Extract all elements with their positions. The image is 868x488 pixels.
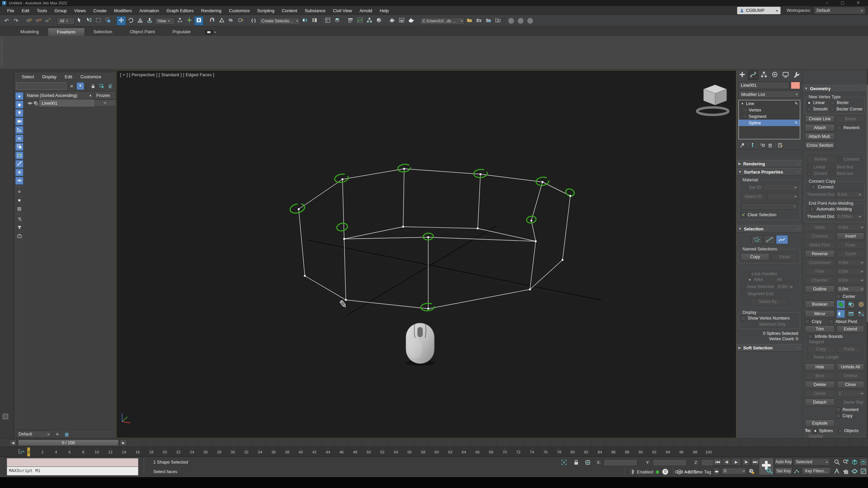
explorer-mode-icon[interactable]: ▦ [63,430,71,438]
explorer-menu-select[interactable]: Select [18,74,37,79]
sync-selection-icon[interactable] [107,82,114,90]
frame-tick-38[interactable]: 38 [285,450,289,454]
maximize-viewport-toggle-icon[interactable] [859,467,867,475]
filter-box-icon[interactable] [15,232,23,240]
object-color-swatch[interactable] [791,82,800,89]
frame-tick-28[interactable]: 28 [217,450,221,454]
signin-user-button[interactable]: CGBUMP▾ [737,7,781,14]
next-frame-button[interactable]: ||▶ [742,458,750,466]
make-unique-icon[interactable] [760,143,765,148]
about-pivot-checkbox[interactable] [829,319,833,324]
tangent-copy-button[interactable]: Copy [807,345,835,353]
same-shp-checkbox[interactable] [837,400,842,405]
frame-tick-26[interactable]: 26 [203,450,208,454]
unlink-selection-icon[interactable] [34,16,43,25]
frame-tick-56[interactable]: 56 [407,450,412,454]
show-vertex-numbers-checkbox[interactable] [741,316,746,321]
select-and-move-icon[interactable] [117,16,126,25]
select-by-button[interactable]: Select By... [751,298,788,305]
minimize-button[interactable]: – [819,0,835,6]
key-filters-button[interactable]: Key Filters... [802,467,831,475]
paste-length-checkbox[interactable] [807,355,812,360]
animation-layer-badge[interactable]: 0 [662,468,669,475]
go-to-start-button[interactable]: |◀◀ [713,458,722,466]
bezier-corner-radio[interactable] [830,107,835,111]
active-layer-dropdown[interactable]: Default▾ [16,431,52,438]
select-and-manipulate-icon[interactable] [185,16,194,25]
subobject-segment-icon[interactable] [764,235,775,244]
reference-coordinate-system-dropdown[interactable]: View▾ [155,17,175,25]
align-icon[interactable] [310,16,319,25]
previous-frame-button[interactable]: ◀|| [722,458,731,466]
bind-button[interactable]: Bind [805,372,835,380]
crossinsert-button[interactable]: CrossInsert [805,259,835,266]
frame-tick-54[interactable]: 54 [394,450,398,454]
visibility-eye-icon[interactable] [27,101,33,106]
edit-named-selection-sets-icon[interactable]: {·} [249,16,258,25]
area-selection-checkbox[interactable] [741,284,746,289]
explorer-list-icon[interactable]: ≡ [15,188,23,196]
stack-item-segment[interactable]: ┄┄Segment [739,113,800,120]
detach-reorient-checkbox[interactable] [836,407,841,412]
reorient-checkbox[interactable] [837,125,842,130]
go-to-end-button[interactable]: ▶▶| [751,458,760,466]
explorer-menu-edit[interactable]: Edit [61,74,76,79]
percent-snap-icon[interactable]: % [226,16,236,25]
perspective-viewport[interactable]: [ + ] [ Perspective ] [ Standard ] [ Edg… [116,70,736,438]
ribbon-tab-selection[interactable]: Selection [85,28,121,36]
filter-settings-icon[interactable] [15,216,23,223]
connect-copy-checkbox[interactable] [811,185,816,189]
selected-only-checkbox[interactable] [752,322,757,327]
make-first-button[interactable]: Make First [805,241,835,249]
frame-tick-52[interactable]: 52 [380,450,384,454]
display-cameras-icon[interactable] [15,118,23,125]
smooth-radio[interactable] [807,107,811,111]
frame-tick-48[interactable]: 48 [353,450,357,454]
orbit-icon[interactable] [850,467,859,475]
subobject-spline-icon[interactable] [776,235,788,244]
frame-tick-30[interactable]: 30 [231,450,235,454]
menu-file[interactable]: File [3,6,18,15]
auto-key-button[interactable]: Auto Key [775,458,792,466]
auto-weld-threshold-spinner[interactable]: 0.006m▴▾ [836,213,862,220]
command-tab-utilities[interactable] [791,70,802,80]
workspace-dropdown[interactable]: Default▾ [814,7,865,14]
mirror-vertical-icon[interactable] [847,310,855,318]
remove-modifier-icon[interactable] [768,143,773,148]
project-folder-path-dropdown[interactable]: C:\Users\UI...ds Max 2022▾ [420,17,465,25]
divide-spinner[interactable]: 1▴▾ [837,390,865,397]
toggle-scene-explorer-icon[interactable] [323,16,332,25]
menu-tools[interactable]: Tools [33,6,51,15]
menu-animation[interactable]: Animation [136,6,163,15]
named-selection-sets-dropdown[interactable]: Create Selection Set▾ [259,17,300,25]
rendered-frame-window-icon[interactable] [397,16,406,25]
display-frozen-icon[interactable]: ❄ [15,168,23,176]
display-shapes-icon[interactable]: ◆ [15,101,23,108]
snaps-toggle-3d-icon[interactable]: 3 [208,16,217,25]
boolean-union-icon[interactable] [837,300,845,308]
refine-button[interactable]: Refine [807,156,835,163]
command-tab-display[interactable] [780,70,791,80]
closed-checkbox[interactable] [807,171,812,176]
fillet-button[interactable]: Fillet [805,268,835,275]
ribbon-tab-object-paint[interactable]: Object Paint [121,28,164,36]
ribbon-tab-modeling[interactable]: Modeling [12,28,48,36]
ribbon-display-toggle[interactable]: ▾ [205,30,216,35]
chamfer-button[interactable]: Chamfer [805,277,835,284]
search-input[interactable] [16,82,66,90]
x-coordinate-field[interactable] [604,459,637,466]
frame-tick-14[interactable]: 14 [122,450,126,454]
frame-tick-74[interactable]: 74 [530,450,534,454]
set-keys-button[interactable] [759,458,774,475]
command-tab-hierarchy[interactable] [759,70,769,80]
field-of-view-icon[interactable] [833,467,841,475]
y-coordinate-field[interactable] [653,459,687,466]
frame-tick-64[interactable]: 64 [462,450,466,454]
all-radio[interactable] [771,278,775,282]
crossinsert-spinner[interactable]: 0.0m▴▾ [837,259,865,266]
create-line-button[interactable]: Create Line [805,115,835,123]
to-splines-radio[interactable] [813,429,817,433]
key-mode-toggle[interactable]: ◀▶ [713,468,720,475]
bezier-radio[interactable] [831,101,835,105]
curve-editor-icon[interactable] [355,16,364,25]
